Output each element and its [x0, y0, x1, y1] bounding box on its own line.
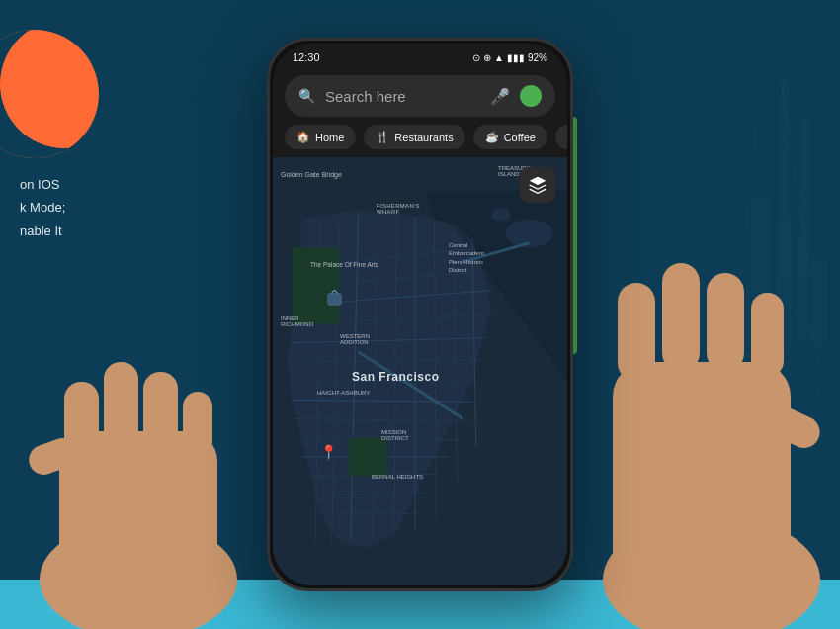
chip-bars[interactable]: 🍺 B	[555, 125, 567, 149]
svg-rect-11	[59, 431, 217, 629]
right-hand	[583, 184, 840, 629]
label-haight: HAIGHT-ASHBURY	[317, 390, 370, 396]
chip-restaurants-label: Restaurants	[394, 132, 453, 143]
label-san-francisco: San Francisco	[352, 370, 440, 384]
profile-dot[interactable]	[520, 85, 542, 107]
side-text-line1: on IOS	[20, 173, 65, 196]
side-text-block: on IOS k Mode; nable It	[20, 173, 65, 242]
svg-rect-19	[618, 283, 655, 382]
svg-rect-14	[143, 372, 178, 451]
label-western-addition: WESTERNADDITION	[340, 333, 370, 345]
chip-coffee-label: Coffee	[504, 132, 536, 143]
chip-home-label: Home	[315, 132, 344, 143]
svg-rect-21	[707, 273, 744, 372]
chip-coffee[interactable]: ☕ Coffee	[473, 125, 547, 149]
wifi-icon: ▲	[494, 52, 504, 63]
label-bernal: BERNAL HEIGHTS	[372, 474, 423, 480]
signal-icon: ▮▮▮	[507, 52, 525, 63]
location-icon: ⊙	[472, 52, 480, 63]
label-fishermans-wharf: FISHERMAN'SWHARF	[377, 203, 420, 215]
svg-rect-53	[292, 248, 339, 324]
svg-rect-13	[104, 362, 138, 451]
settings-icon: ⊕	[483, 52, 491, 63]
phone-screen: 12:30 ⊙ ⊕ ▲ ▮▮▮ 92% 🔍 Search here 🎤	[273, 44, 567, 585]
status-icons: ⊙ ⊕ ▲ ▮▮▮ 92%	[472, 52, 547, 63]
search-bar[interactable]: 🔍 Search here 🎤	[285, 75, 555, 117]
side-text-line2: k Mode;	[20, 196, 65, 219]
status-bar: 12:30 ⊙ ⊕ ▲ ▮▮▮ 92%	[273, 44, 567, 67]
label-mission: MISSIONDISTRICT	[381, 429, 409, 441]
label-inner-richmond: INNERRICHMOND	[281, 315, 313, 327]
phone: 12:30 ⊙ ⊕ ▲ ▮▮▮ 92% 🔍 Search here 🎤	[267, 38, 573, 591]
svg-rect-18	[613, 362, 791, 619]
layers-button[interactable]	[520, 167, 555, 203]
label-embarcadero: CentralEmbarcaderoPiers HistoricDistrict	[449, 241, 484, 275]
restaurants-chip-icon: 🍴	[376, 131, 389, 143]
svg-point-57	[491, 208, 510, 221]
category-chips: 🏠 Home 🍴 Restaurants ☕ Coffee 🍺 B	[273, 125, 567, 157]
phone-outer: 12:30 ⊙ ⊕ ▲ ▮▮▮ 92% 🔍 Search here 🎤	[267, 38, 573, 591]
mic-icon[interactable]: 🎤	[490, 87, 510, 106]
chip-restaurants[interactable]: 🍴 Restaurants	[364, 125, 464, 149]
svg-rect-58	[328, 294, 341, 306]
label-palace: The Palace Of Fine Arts	[310, 261, 378, 268]
svg-rect-20	[662, 263, 700, 372]
svg-rect-22	[751, 293, 784, 377]
left-hand	[0, 233, 277, 629]
svg-rect-54	[349, 438, 386, 476]
map-area[interactable]: Golden Gate Bridge FISHERMAN'SWHARF The …	[273, 157, 567, 585]
coffee-chip-icon: ☕	[485, 131, 499, 143]
home-chip-icon: 🏠	[296, 131, 310, 143]
svg-rect-15	[183, 392, 212, 456]
crescent-decoration	[0, 30, 99, 158]
location-pin: 📍	[320, 444, 337, 460]
status-time: 12:30	[293, 51, 320, 63]
label-golden-gate: Golden Gate Bridge	[281, 171, 342, 178]
battery-level: 92%	[528, 52, 547, 63]
search-home-icon: 🔍	[298, 88, 315, 104]
chip-home[interactable]: 🏠 Home	[285, 125, 356, 149]
search-placeholder: Search here	[325, 88, 480, 105]
